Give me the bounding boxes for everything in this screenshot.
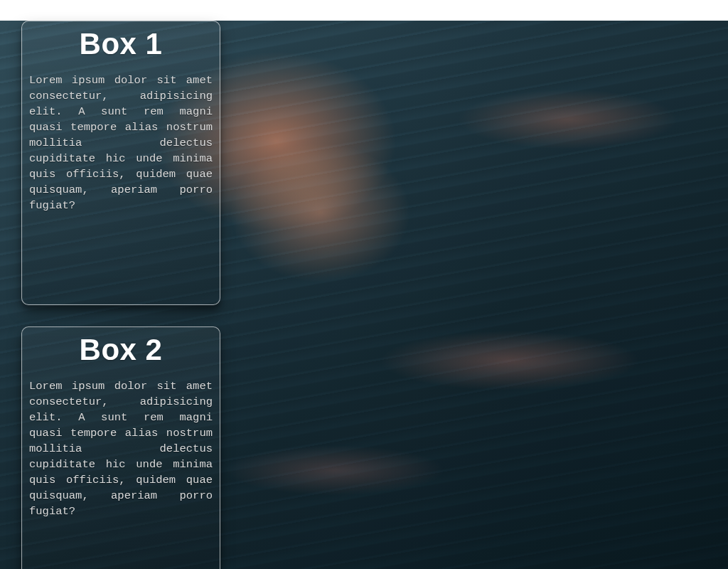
info-card-1: Box 1 Lorem ipsum dolor sit amet consect…: [21, 21, 220, 305]
card-body: Lorem ipsum dolor sit amet consectetur, …: [29, 378, 213, 519]
card-column: Box 1 Lorem ipsum dolor sit amet consect…: [21, 21, 220, 569]
card-body: Lorem ipsum dolor sit amet consectetur, …: [29, 73, 213, 213]
card-title: Box 1: [29, 28, 213, 60]
card-title: Box 2: [29, 334, 213, 366]
info-card-2: Box 2 Lorem ipsum dolor sit amet consect…: [21, 326, 220, 569]
